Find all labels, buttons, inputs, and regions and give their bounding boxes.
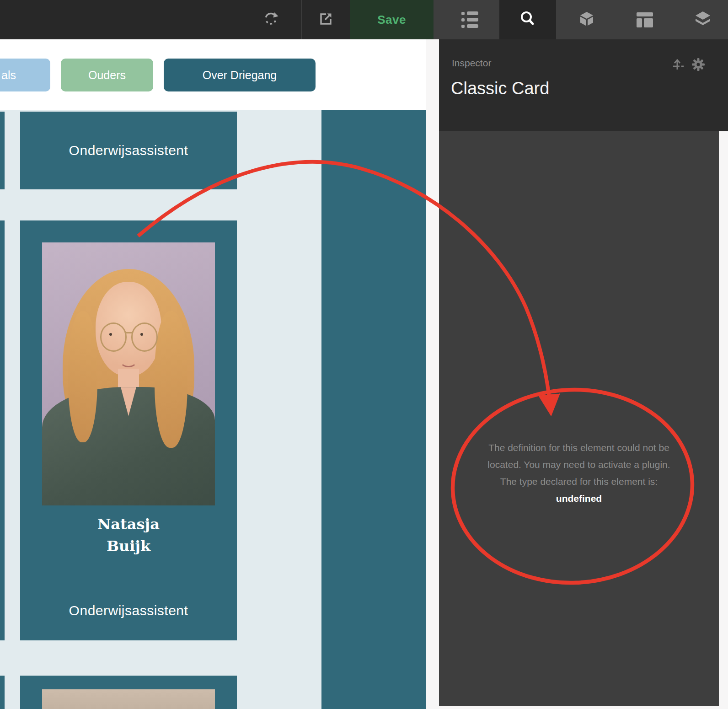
nav-button-label: Over Driegang	[203, 69, 277, 82]
element-error-message: The definition for this element could no…	[444, 439, 714, 507]
save-button[interactable]: Save	[350, 0, 434, 39]
person-name-line2: Buijk	[20, 535, 237, 557]
refresh-icon	[262, 11, 279, 29]
portrait-glasses	[100, 322, 127, 351]
save-button-label: Save	[377, 13, 406, 27]
search-icon	[519, 10, 537, 30]
gear-icon	[691, 57, 706, 74]
inspector-body: The definition for this element could no…	[439, 131, 719, 706]
person-portrait-photo	[42, 242, 215, 505]
portrait-glasses	[131, 322, 158, 351]
tab-layouts[interactable]	[616, 0, 673, 39]
editor-toolbar: Save	[0, 0, 728, 39]
role-header-text: Onderwijsassistent	[20, 143, 237, 158]
tab-layers[interactable]	[674, 0, 728, 39]
toolbar-divider	[301, 0, 302, 39]
tab-inspect[interactable]	[499, 0, 556, 39]
app-window: als Ouders Over Driegang Onderwijsassist…	[0, 0, 728, 709]
panel-tab-bar	[434, 0, 728, 39]
pin-up-button[interactable]	[670, 58, 686, 73]
layers-icon	[694, 10, 712, 29]
cube-icon	[578, 10, 596, 30]
next-person-card[interactable]	[20, 676, 237, 709]
clipped-card-edge	[0, 676, 5, 709]
nav-button-over-driegang[interactable]: Over Driegang	[164, 59, 316, 91]
selected-element-title: Classic Card	[451, 79, 549, 98]
tab-structure[interactable]	[441, 0, 498, 39]
error-line: The definition for this element could no…	[444, 439, 714, 456]
clipped-card-edge	[0, 112, 5, 189]
person-name-line1: Natasja	[20, 513, 237, 535]
clipped-card-edge	[0, 220, 5, 640]
clipped-teal-column	[321, 110, 426, 709]
settings-button[interactable]	[691, 58, 706, 73]
inspector-label: Inspector	[452, 58, 491, 69]
error-element-type: undefined	[444, 490, 714, 507]
nav-button-ouders[interactable]: Ouders	[61, 59, 153, 91]
team-section-background: Onderwijsassistent	[0, 110, 426, 709]
page-preview-canvas: als Ouders Over Driegang Onderwijsassist…	[0, 39, 426, 709]
next-person-photo	[42, 689, 215, 709]
error-line: located. You may need to activate a plug…	[444, 456, 714, 473]
layout-icon	[637, 12, 653, 27]
open-preview-button[interactable]	[312, 0, 339, 39]
external-link-icon	[317, 11, 334, 29]
nav-button-label: als	[1, 69, 16, 82]
role-header-card[interactable]: Onderwijsassistent	[20, 112, 237, 189]
error-line: The type declared for this element is:	[444, 473, 714, 490]
inspector-header: Inspector Classic Card	[439, 39, 728, 131]
refresh-button[interactable]	[257, 0, 284, 39]
nav-button-partial[interactable]: als	[0, 59, 50, 91]
person-card[interactable]: Natasja Buijk Onderwijsassistent	[20, 220, 237, 640]
list-icon	[461, 11, 478, 28]
tab-components[interactable]	[558, 0, 615, 39]
person-role-text: Onderwijsassistent	[20, 603, 237, 618]
nav-button-label: Ouders	[88, 69, 126, 82]
pin-up-icon	[671, 57, 685, 74]
